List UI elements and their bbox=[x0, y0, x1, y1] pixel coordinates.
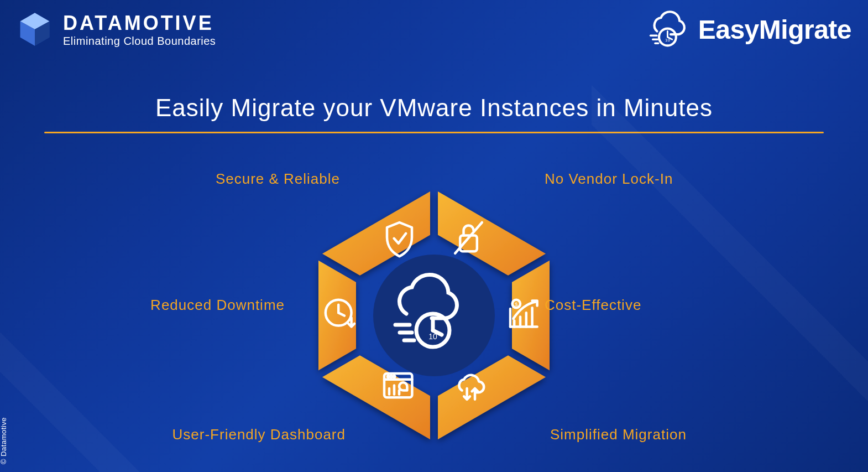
cloud-stopwatch-icon: 10 bbox=[643, 10, 691, 49]
headline-wrap: Easily Migrate your VMware Instances in … bbox=[44, 94, 824, 133]
brand-right: 10 EasyMigrate bbox=[643, 10, 851, 49]
hexagon-svg: $ bbox=[301, 183, 567, 448]
header: DATAMOTIVE Eliminating Cloud Boundaries … bbox=[17, 10, 851, 49]
svg-point-28 bbox=[390, 376, 392, 377]
svg-point-29 bbox=[394, 376, 395, 377]
svg-text:10: 10 bbox=[665, 38, 670, 43]
headline-underline bbox=[44, 132, 824, 133]
product-name: EasyMigrate bbox=[698, 14, 851, 45]
hexagon-diagram: $ bbox=[301, 183, 567, 448]
copyright: © Datamotive bbox=[0, 417, 8, 464]
feature-label-dashboard: User-Friendly Dashboard bbox=[158, 426, 346, 443]
cube-icon bbox=[17, 11, 53, 48]
brand-left: DATAMOTIVE Eliminating Cloud Boundaries bbox=[17, 11, 216, 48]
svg-text:$: $ bbox=[515, 301, 518, 307]
svg-point-27 bbox=[388, 376, 389, 377]
brand-tagline: Eliminating Cloud Boundaries bbox=[63, 35, 216, 48]
brand-name: DATAMOTIVE bbox=[63, 12, 216, 35]
feature-label-cost: Cost-Effective bbox=[545, 297, 710, 314]
feature-label-downtime: Reduced Downtime bbox=[119, 297, 285, 314]
svg-text:10: 10 bbox=[428, 332, 437, 341]
feature-label-nolockin: No Vendor Lock-In bbox=[545, 170, 710, 188]
headline: Easily Migrate your VMware Instances in … bbox=[44, 94, 824, 122]
feature-label-migration: Simplified Migration bbox=[550, 426, 738, 443]
feature-label-secure: Secure & Reliable bbox=[174, 170, 340, 188]
brand-text: DATAMOTIVE Eliminating Cloud Boundaries bbox=[63, 12, 216, 48]
